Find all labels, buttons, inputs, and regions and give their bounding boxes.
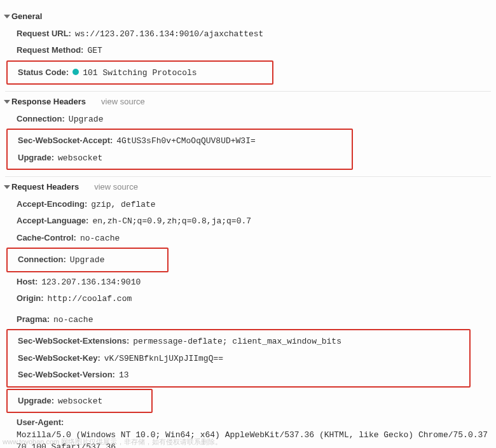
label-request-url: Request URL: — [17, 27, 71, 40]
label-origin: Origin: — [17, 292, 44, 305]
label-sec-ws-key: Sec-WebSocket-Key: — [18, 352, 100, 365]
row-sec-ws-ext: Sec-WebSocket-Extensions: permessage-def… — [8, 333, 469, 350]
value-sec-ws-ext: permessage-deflate; client_max_window_bi… — [133, 335, 341, 348]
row-resp-upgrade: Upgrade: websocket — [8, 150, 352, 167]
value-pragma: no-cache — [53, 314, 93, 326]
value-accept-language: en,zh-CN;q=0.9,zh;q=0.8,ja;q=0.7 — [92, 215, 251, 228]
chevron-down-icon — [4, 185, 10, 189]
section-title: General — [11, 10, 42, 23]
row-accept-encoding: Accept-Encoding: gzip, deflate — [5, 196, 491, 213]
value-accept-encoding: gzip, deflate — [91, 199, 155, 211]
value-request-url: ws://123.207.136.134:9010/ajaxchattest — [75, 28, 263, 41]
label-sec-ws-ext: Sec-WebSocket-Extensions: — [18, 335, 129, 347]
section-response-header[interactable]: Response Headers view source — [5, 91, 491, 108]
section-request-header[interactable]: Request Headers view source — [5, 176, 491, 193]
value-req-upgrade: websocket — [58, 395, 102, 408]
value-resp-connection: Upgrade — [69, 113, 104, 126]
value-cache-control: no-cache — [80, 232, 120, 245]
value-sec-ws-key: vK/S9ENBfknLjUXpJIImgQ== — [104, 353, 223, 365]
row-accept-language: Accept-Language: en,zh-CN;q=0.9,zh;q=0.8… — [5, 213, 491, 230]
label-cache-control: Cache-Control: — [17, 232, 76, 244]
row-sec-ws-key: Sec-WebSocket-Key: vK/S9ENBfknLjUXpJIImg… — [8, 350, 469, 367]
row-request-url: Request URL: ws://123.207.136.134:9010/a… — [5, 25, 491, 43]
section-title: Request Headers — [11, 181, 79, 193]
chevron-down-icon — [4, 100, 10, 104]
row-req-connection: Connection: Upgrade — [8, 251, 167, 269]
label-host: Host: — [17, 276, 38, 288]
value-origin: http://coolaf.com — [48, 293, 132, 305]
value-sec-ws-ver: 13 — [119, 369, 129, 382]
label-accept-encoding: Accept-Encoding: — [17, 198, 87, 211]
label-accept-language: Accept-Language: — [17, 214, 88, 227]
label-user-agent: User-Agent: — [17, 416, 64, 429]
value-status-code: 101 Switching Protocols — [83, 67, 196, 80]
label-status-code: Status Code: — [18, 66, 69, 79]
highlight-upgrade: Upgrade: websocket — [6, 389, 153, 414]
row-host: Host: 123.207.136.134:9010 — [5, 274, 491, 291]
value-host: 123.207.136.134:9010 — [41, 276, 141, 289]
value-request-method: GET — [87, 45, 102, 57]
row-req-upgrade: Upgrade: websocket — [8, 393, 151, 410]
view-source-link[interactable]: view source — [101, 95, 145, 108]
row-cache-control: Cache-Control: no-cache — [5, 230, 491, 247]
view-source-link[interactable]: view source — [94, 181, 138, 193]
status-dot-icon — [72, 69, 79, 75]
value-req-connection: Upgrade — [70, 254, 105, 267]
label-pragma: Pragma: — [17, 313, 50, 326]
label-req-upgrade: Upgrade: — [18, 395, 54, 407]
row-status-code: Status Code: 101 Switching Protocols — [8, 64, 272, 81]
section-title: Response Headers — [11, 95, 86, 108]
label-req-connection: Connection: — [18, 253, 66, 266]
highlight-sec-ws: Sec-WebSocket-Extensions: permessage-def… — [6, 329, 471, 388]
highlight-status-code: Status Code: 101 Switching Protocols — [6, 60, 273, 85]
value-resp-upgrade: websocket — [58, 152, 102, 165]
label-sec-ws-accept: Sec-WebSocket-Accept: — [18, 134, 113, 147]
chevron-down-icon — [4, 15, 10, 18]
row-sec-ws-accept: Sec-WebSocket-Accept: 4GtUS3sFh0v+CMoOqQ… — [8, 132, 352, 150]
section-general-header[interactable]: General — [5, 9, 491, 23]
row-sec-ws-ver: Sec-WebSocket-Version: 13 — [8, 367, 469, 384]
highlight-sec-ws-accept: Sec-WebSocket-Accept: 4GtUS3sFh0v+CMoOqQ… — [6, 129, 353, 170]
label-resp-upgrade: Upgrade: — [18, 151, 54, 164]
value-sec-ws-accept: 4GtUS3sFh0v+CMoOqQUV8UD+W3I= — [116, 135, 255, 148]
watermark-text: www.toyoban.com 网络图片仅供展示，非存储，如有侵权请联系删除。 — [3, 437, 222, 447]
label-resp-connection: Connection: — [17, 113, 65, 125]
label-sec-ws-ver: Sec-WebSocket-Version: — [18, 368, 115, 381]
row-pragma: Pragma: no-cache — [5, 311, 491, 328]
highlight-req-connection: Connection: Upgrade — [6, 248, 169, 272]
label-request-method: Request Method: — [17, 44, 83, 57]
row-request-method: Request Method: GET — [5, 42, 491, 59]
row-resp-connection: Connection: Upgrade — [5, 111, 491, 128]
row-origin: Origin: http://coolaf.com — [5, 290, 491, 307]
